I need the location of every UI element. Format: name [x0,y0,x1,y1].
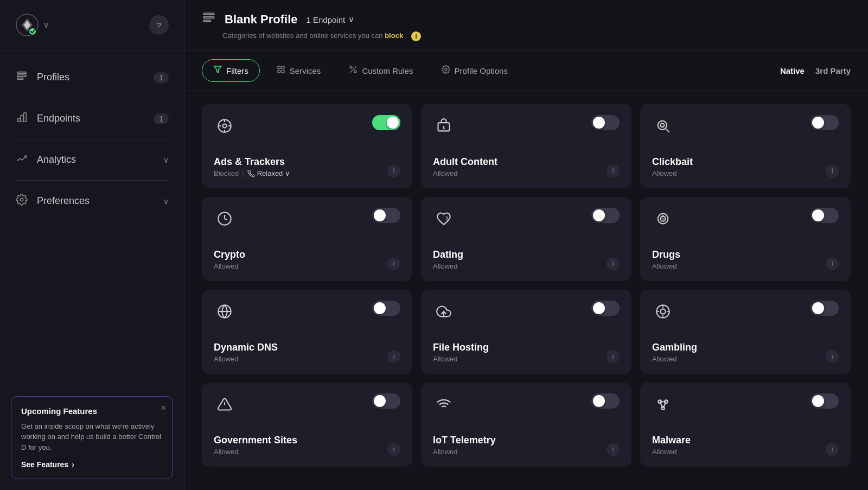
tab-custom-rules[interactable]: Custom Rules [337,59,424,82]
info-button-crypto[interactable]: i [387,257,400,270]
filter-status-adult-content: Allowed [433,169,497,177]
tab-filters-label: Filters [226,66,248,75]
toggle-crypto[interactable] [372,208,400,223]
info-button-government-sites[interactable]: i [387,443,400,456]
sidebar-item-analytics[interactable]: Analytics ∨ [0,144,184,176]
filter-card-top [433,208,620,230]
toggle-drugs[interactable] [810,208,839,223]
view-native[interactable]: Native [780,66,805,75]
see-features-link[interactable]: See Features › [21,460,163,469]
dropdown-chevron[interactable]: ∨ [43,21,49,29]
filter-icon-government-sites [214,393,235,415]
info-button-iot-telemetry[interactable]: i [607,443,620,456]
relaxed-link[interactable]: Relaxed ∨ [247,169,291,177]
profile-options-tab-icon [442,65,450,76]
toggle-malware[interactable] [810,393,839,409]
filter-card-top [433,301,620,322]
info-button-dating[interactable]: i [607,257,620,270]
svg-rect-16 [278,70,280,73]
svg-rect-7 [21,115,23,122]
info-button-dynamic-dns[interactable]: i [387,350,400,363]
sidebar-item-preferences[interactable]: Preferences ∨ [0,185,184,217]
view-3rd-party[interactable]: 3rd Party [815,66,851,75]
filter-card-top [214,301,400,322]
sidebar-item-profiles[interactable]: Profiles 1 [0,61,184,93]
analytics-label: Analytics [37,154,76,166]
filter-status-government-sites: Allowed [214,448,297,456]
endpoint-chevron-icon: ∨ [348,15,354,24]
info-button-adult-content[interactable]: i [607,164,620,177]
filter-card-iot-telemetry: IoT Telemetry Allowed i [421,383,631,467]
toggle-clickbait[interactable] [810,115,839,130]
upcoming-close-button[interactable]: × [161,403,166,413]
tab-filters[interactable]: Filters [202,59,260,82]
svg-rect-4 [17,75,27,77]
view-toggle-group: Native 3rd Party [780,66,851,75]
info-button-clickbait[interactable]: i [826,164,839,177]
filter-icon-ads-trackers [214,115,235,137]
svg-rect-15 [282,66,284,69]
upcoming-title: Upcoming Features [21,406,163,416]
tab-profile-options-label: Profile Options [455,66,508,75]
toggle-dating[interactable] [591,208,620,223]
services-tab-icon [277,65,285,76]
filter-card-adult-content: Adult Content Allowed i [421,104,631,188]
svg-line-33 [666,129,669,132]
analytics-chevron: ∨ [163,156,169,164]
toggle-dynamic-dns[interactable] [372,301,400,316]
endpoint-badge[interactable]: 1 Endpoint ∨ [306,15,354,24]
filter-card-drugs: Drugs Allowed i [640,197,851,281]
filter-icon-gambling [652,301,674,322]
subtitle-info-icon[interactable]: i [411,31,421,41]
info-button-drugs[interactable]: i [826,257,839,270]
tab-profile-options[interactable]: Profile Options [430,59,519,82]
info-button-ads-trackers[interactable]: i [387,164,400,177]
filter-card-top [214,115,400,137]
info-button-malware[interactable]: i [826,443,839,456]
svg-rect-17 [282,70,284,73]
endpoints-icon [15,111,28,126]
filter-name-file-hosting: File Hosting [433,342,489,353]
tab-services[interactable]: Services [265,59,333,82]
info-button-gambling[interactable]: i [826,350,839,363]
analytics-icon [15,152,28,167]
filter-name-dynamic-dns: Dynamic DNS [214,342,278,353]
filter-status-gambling: Allowed [652,355,697,363]
filters-content: Ads & Trackers Blocked | Relaxed ∨ i [184,91,868,490]
svg-point-21 [445,68,447,71]
toggle-government-sites[interactable] [372,393,400,409]
toggle-ads-trackers[interactable] [372,115,400,130]
custom-rules-tab-icon [349,65,358,76]
filter-icon-drugs [652,208,674,230]
svg-point-23 [223,124,227,128]
help-button[interactable]: ? [149,15,169,35]
filter-icon-crypto [214,208,235,230]
preferences-label: Preferences [37,195,90,207]
toggle-file-hosting[interactable] [591,301,620,316]
svg-point-18 [350,66,352,68]
endpoints-label: Endpoints [37,113,80,124]
svg-point-42 [660,309,665,314]
filter-card-ads-trackers: Ads & Trackers Blocked | Relaxed ∨ i [202,104,412,188]
main-content: Blank Profile 1 Endpoint ∨ Categories of… [184,0,868,490]
logo-area[interactable]: ∨ [15,13,49,37]
filter-card-top [652,115,839,137]
svg-point-19 [354,71,356,73]
filter-icon-dating [433,208,455,230]
svg-rect-10 [203,13,214,15]
svg-rect-12 [203,20,210,22]
filter-card-top [652,301,839,322]
sidebar: ∨ ? Profiles 1 [0,0,184,490]
sidebar-item-endpoints[interactable]: Endpoints 1 [0,103,184,135]
filter-name-clickbait: Clickbait [652,156,693,168]
info-button-file-hosting[interactable]: i [607,350,620,363]
filter-name-malware: Malware [652,435,691,446]
filter-card-top [214,393,400,415]
filter-card-top [214,208,400,230]
filter-icon-file-hosting [433,301,455,322]
tabs-left: Filters Services [202,59,519,82]
toggle-gambling[interactable] [810,301,839,316]
preferences-icon [15,194,28,208]
toggle-iot-telemetry[interactable] [591,393,620,409]
toggle-adult-content[interactable] [591,115,620,130]
